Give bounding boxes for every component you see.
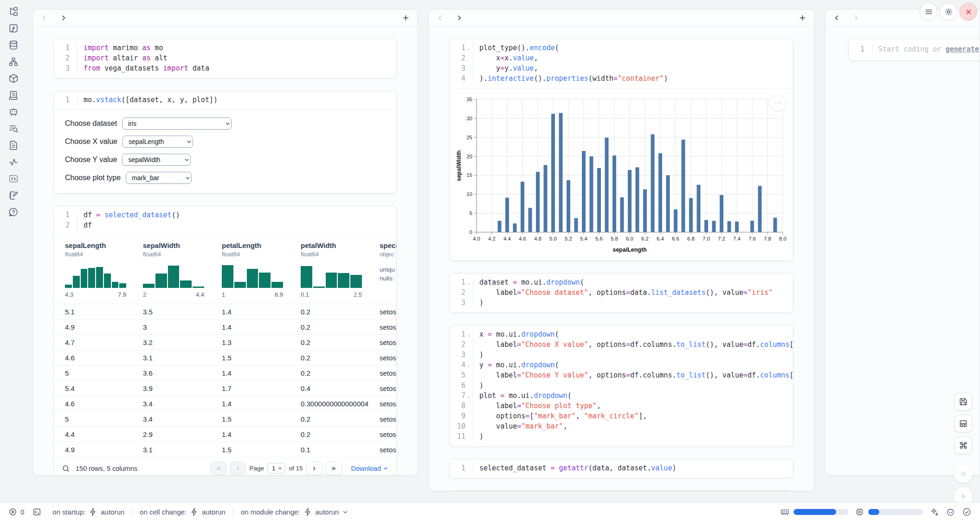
on-module-change-mode[interactable]: on module change: autorun (241, 508, 348, 516)
chevron-right-icon[interactable] (852, 14, 860, 22)
file-tree-icon[interactable] (8, 7, 19, 17)
chevron-left-icon[interactable] (833, 14, 841, 22)
fold-chevron-icon[interactable]: ⌄ (465, 44, 470, 53)
code-editor[interactable]: 1⌄plot_type = getattr(alt.Chart(df), plo… (450, 491, 793, 491)
table-cell: 3 (143, 323, 222, 331)
choose-plot-type-select[interactable]: mark_bar (126, 172, 192, 184)
list-search-icon[interactable] (8, 124, 19, 134)
next-page-button[interactable] (306, 462, 322, 475)
histogram-bar (112, 282, 119, 288)
on-startup-mode[interactable]: on startup: autorun (52, 508, 124, 516)
column-header[interactable]: petalLengthfloat6416.9 (222, 241, 301, 298)
chevron-right-icon[interactable] (59, 14, 67, 22)
code-editor[interactable]: 1⌄import marimo as mo2⌄import altair as … (54, 39, 396, 78)
errors-indicator[interactable]: 0 (8, 508, 24, 516)
dots-icon (773, 98, 782, 108)
code-editor[interactable]: 1⌄plot_type().encode(2⌄ x=x.value,3⌄ y=y… (450, 39, 793, 88)
column-header[interactable]: sepalLengthfloat644.37.9 (65, 241, 143, 298)
errors-count: 0 (20, 508, 24, 516)
search-icon[interactable] (62, 464, 70, 473)
on-cell-change-mode[interactable]: on cell change: autorun (140, 508, 226, 516)
fold-chevron-icon[interactable]: ⌄ (465, 361, 470, 371)
svg-text:5.4: 5.4 (580, 236, 588, 241)
bar (582, 151, 586, 232)
connection-status-icon[interactable] (962, 507, 972, 517)
database-icon[interactable] (8, 40, 19, 50)
selected-value: mark_bar (132, 174, 159, 182)
line-number: 3⌄ (450, 64, 473, 74)
code-editor[interactable]: 1⌄dataset = mo.ui.dropdown(2⌄ label="Cho… (450, 274, 793, 313)
column-header[interactable]: speciobjecuniqunulls: (380, 241, 396, 298)
bar (551, 114, 555, 232)
fold-chevron-icon[interactable]: ⌄ (465, 391, 470, 401)
table-cell: 0.1 (301, 446, 380, 454)
vstack-cell: 1⌄mo.vstack([dataset, x, y, plot])Choose… (53, 91, 397, 194)
add-cell-icon[interactable] (402, 14, 410, 22)
code-editor[interactable]: 1⌄x = mo.ui.dropdown(2⌄ label="Choose X … (450, 326, 793, 446)
histogram-bar (259, 273, 271, 288)
scroll-icon[interactable] (8, 90, 19, 100)
choose-dataset-select[interactable]: iris (122, 117, 232, 130)
dropdown-label: Choose X value (65, 137, 117, 146)
svg-text:6.4: 6.4 (657, 236, 664, 241)
page-select[interactable]: 1 (267, 463, 286, 474)
chevron-left-icon[interactable] (40, 14, 48, 22)
fold-chevron-icon[interactable]: ⌄ (465, 278, 470, 288)
activity-icon[interactable] (8, 157, 19, 167)
column-header[interactable]: sepalWidthfloat6424.4 (143, 241, 222, 298)
terminal-button[interactable] (32, 508, 41, 516)
column-name: sepalLength (65, 241, 143, 249)
package-icon[interactable] (8, 73, 19, 84)
code-snippet-icon[interactable] (8, 174, 19, 184)
table-cell: 3.1 (143, 446, 222, 454)
sitemap-icon[interactable] (8, 57, 19, 67)
code-editor[interactable]: 1⌄selected_dataset = getattr(data, datas… (450, 459, 793, 478)
settings-button[interactable] (940, 3, 957, 20)
last-page-button[interactable] (326, 462, 342, 475)
editor-placeholder: Start coding or generate with (872, 45, 980, 55)
help-chat-icon[interactable] (8, 207, 19, 217)
document-icon[interactable] (8, 140, 19, 150)
chevron-right-icon[interactable] (455, 14, 463, 22)
table-cell: 0.2 (301, 369, 380, 377)
line-number: 2⌄ (450, 53, 473, 64)
ram-icon (780, 507, 790, 517)
assistant-icon[interactable] (946, 507, 955, 517)
choose-x-value-select[interactable]: sepalLength (122, 136, 193, 148)
close-panel-button[interactable] (960, 3, 977, 20)
code-editor[interactable]: 1⌄ Start coding or generate with (849, 39, 980, 60)
bar (689, 198, 693, 233)
save-button[interactable] (954, 393, 972, 410)
code-editor[interactable]: 1⌄df = selected_dataset()2⌄df (54, 206, 396, 235)
notebook-column-2: 1⌄plot_type().encode(2⌄ x=x.value,3⌄ y=y… (428, 9, 814, 491)
choose-y-value-select[interactable]: sepalWidth (122, 154, 191, 166)
ai-sparkles-icon[interactable] (929, 507, 939, 517)
first-page-button[interactable] (210, 462, 226, 475)
line-number: 3⌄ (450, 298, 473, 308)
stop-button[interactable] (954, 464, 973, 483)
function-square-icon[interactable] (8, 23, 19, 33)
table-row: 4.73.21.30.2setos (54, 334, 396, 350)
column-stats: uniqunulls: (380, 265, 396, 283)
chevron-left-icon[interactable] (436, 14, 444, 22)
table-row: 4.63.11.50.2setos (54, 350, 396, 365)
prev-page-button[interactable] (230, 462, 246, 475)
layout-button[interactable] (954, 415, 972, 432)
ram-meter-fill (793, 509, 836, 515)
notebook-pen-icon[interactable] (8, 190, 19, 201)
code-line: 3⌄ y=y.value, (450, 64, 793, 74)
generate-link[interactable]: generate (946, 45, 979, 53)
chat-bot-icon[interactable] (8, 107, 19, 117)
download-button[interactable]: Download (351, 465, 389, 472)
column-header[interactable]: petalWidthfloat640.12.5 (301, 241, 380, 298)
fold-chevron-icon[interactable]: ⌄ (465, 330, 470, 340)
chart-menu-button[interactable] (769, 95, 786, 111)
code-line: 2⌄ x=x.value, (450, 53, 793, 64)
column-histogram: 24.4 (143, 264, 204, 298)
add-cell-icon[interactable] (799, 14, 806, 22)
menu-button[interactable] (920, 3, 937, 20)
code-editor[interactable]: 1⌄mo.vstack([dataset, x, y, plot]) (54, 91, 396, 110)
command-palette-button[interactable] (954, 436, 972, 454)
selected-value: iris (128, 120, 136, 127)
chevron-down-icon (221, 121, 227, 127)
